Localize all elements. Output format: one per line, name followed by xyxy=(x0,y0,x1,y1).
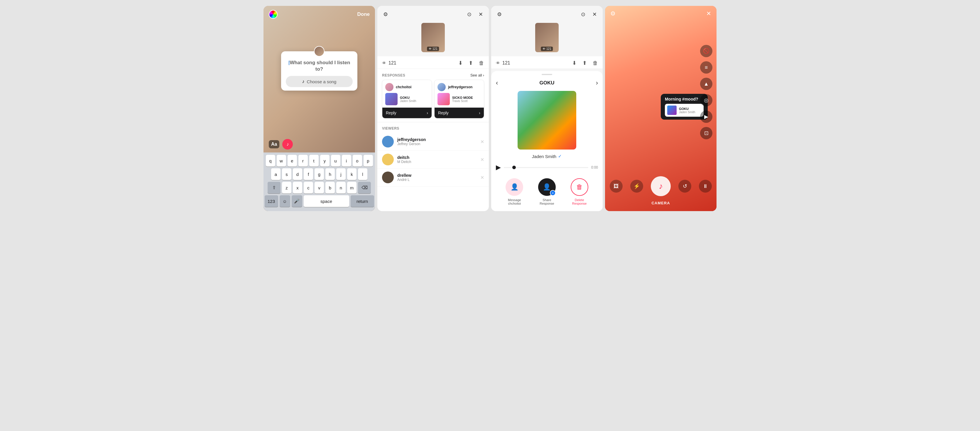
progress-bar[interactable] xyxy=(504,167,588,168)
equals-icon-button[interactable]: ≡ xyxy=(700,61,713,74)
key-numbers[interactable]: 123 xyxy=(265,195,278,207)
close-icon-camera[interactable]: ✕ xyxy=(706,10,711,17)
ban-icon-button[interactable]: 🚫 xyxy=(700,45,713,57)
keyboard-row-1: q w e r t y u i o p xyxy=(265,155,374,166)
play-button[interactable]: ▶ xyxy=(496,163,501,171)
story-thumbnail[interactable]: 👁 121 xyxy=(422,23,445,52)
music-button[interactable]: ♪ xyxy=(282,139,293,149)
key-i[interactable]: i xyxy=(342,155,351,166)
key-emoji[interactable]: ☺ xyxy=(280,195,290,207)
key-b[interactable]: b xyxy=(325,182,335,193)
response-2-username: jeffreydgerson xyxy=(448,85,473,89)
crop-icon-button[interactable]: ⊡ xyxy=(700,127,713,139)
viewer-2-close-button[interactable]: ✕ xyxy=(480,157,484,162)
key-t[interactable]: t xyxy=(309,155,319,166)
key-v[interactable]: v xyxy=(315,182,324,193)
circle-icon-button[interactable]: ◎ xyxy=(700,94,713,106)
key-p[interactable]: p xyxy=(364,155,373,166)
key-backspace[interactable]: ⌫ xyxy=(358,182,371,193)
key-q[interactable]: q xyxy=(266,155,275,166)
viewer-item-2: deitch M Deitch ✕ xyxy=(377,151,489,169)
key-k[interactable]: k xyxy=(347,168,356,180)
viewer-1-close-button[interactable]: ✕ xyxy=(480,139,484,144)
settings-icon-camera[interactable]: ⚙ xyxy=(610,10,616,17)
key-space[interactable]: space xyxy=(304,195,349,207)
camera-sticker-question: Morning #mood? xyxy=(665,97,703,101)
key-shift[interactable]: ⇧ xyxy=(267,182,280,193)
done-button[interactable]: Done xyxy=(357,11,370,17)
key-h[interactable]: h xyxy=(325,168,335,180)
next-song-button[interactable]: › xyxy=(596,79,598,87)
key-c[interactable]: c xyxy=(304,182,313,193)
response-1-song-title: GOKU xyxy=(400,96,429,100)
key-z[interactable]: z xyxy=(282,182,291,193)
key-w[interactable]: w xyxy=(277,155,286,166)
text-style-button[interactable]: Aa xyxy=(269,140,279,148)
trash-icon: 🗑 xyxy=(576,183,583,191)
key-d[interactable]: d xyxy=(293,168,302,180)
flash-button[interactable]: ⚡ xyxy=(630,180,643,193)
key-j[interactable]: j xyxy=(336,168,346,180)
response-2-reply-button[interactable]: Reply › xyxy=(434,108,484,118)
share-button[interactable]: ⬆ xyxy=(469,60,473,66)
panel3-settings-icon[interactable]: ⚙ xyxy=(496,10,503,19)
chevron-right-icon: › xyxy=(483,73,484,78)
choose-song-button[interactable]: ♪ Choose a song xyxy=(286,76,353,87)
response-1-reply-button[interactable]: Reply › xyxy=(382,108,432,118)
prev-song-button[interactable]: ‹ xyxy=(496,79,498,87)
settings-icon[interactable]: ⚙ xyxy=(382,10,389,19)
key-r[interactable]: r xyxy=(298,155,308,166)
key-l[interactable]: l xyxy=(358,168,368,180)
close-icon[interactable]: ✕ xyxy=(477,10,484,19)
triangle-icon-button[interactable]: ▲ xyxy=(700,78,713,90)
viewers-section: VIEWERS jeffreydgerson Jeffrey Gerson ✕ … xyxy=(377,122,489,187)
gallery-button[interactable]: 🖼 xyxy=(610,180,623,193)
question-sticker: |What song should I listen to? ♪ Choose … xyxy=(281,51,357,90)
shutter-button[interactable]: ♪ xyxy=(651,176,671,196)
key-e[interactable]: e xyxy=(288,155,297,166)
key-f[interactable]: f xyxy=(304,168,313,180)
response-2-artist: Travis Scott xyxy=(452,100,481,103)
response-2-song-art xyxy=(438,93,450,105)
key-o[interactable]: o xyxy=(353,155,362,166)
download-button[interactable]: ⬇ xyxy=(458,60,463,66)
download-icon[interactable]: ⊙ xyxy=(466,10,473,19)
song-detail-sheet: ‹ GOKU › Jaden Smith ✓ ▶ 0:00 👤 Messagec… xyxy=(491,71,603,211)
song-art-large xyxy=(517,91,576,149)
camera-song-artist: Jaden Smith xyxy=(679,111,695,114)
see-all-button[interactable]: See all › xyxy=(470,73,484,78)
chevron-icon-2: › xyxy=(479,111,480,115)
panel3-story-thumbnail[interactable]: 👁 121 xyxy=(535,23,558,52)
panel3-close-icon[interactable]: ✕ xyxy=(591,10,598,19)
color-wheel-icon[interactable] xyxy=(269,10,278,19)
undo-button[interactable]: ↺ xyxy=(678,180,691,193)
panel3-delete-button[interactable]: 🗑 xyxy=(593,60,598,66)
delete-response-button[interactable]: 🗑 xyxy=(571,178,588,196)
viewer-3-avatar xyxy=(382,171,394,183)
key-m[interactable]: m xyxy=(347,182,356,193)
key-return[interactable]: return xyxy=(351,195,374,207)
share-response-button[interactable]: 👤 + xyxy=(538,178,556,196)
key-mic[interactable]: 🎤 xyxy=(292,195,302,207)
music-icon: ♪ xyxy=(286,142,289,147)
key-y[interactable]: y xyxy=(320,155,329,166)
key-g[interactable]: g xyxy=(315,168,324,180)
share-response-action: 👤 + ShareResponse xyxy=(538,178,556,205)
key-s[interactable]: s xyxy=(282,168,291,180)
panel-story-editor: Done |What song should I listen to? ♪ Ch… xyxy=(264,6,375,211)
story-bottom-tools: Aa ♪ xyxy=(264,139,375,149)
message-button[interactable]: 👤 xyxy=(506,178,523,196)
key-a[interactable]: a xyxy=(271,168,280,180)
key-u[interactable]: u xyxy=(331,155,340,166)
key-n[interactable]: n xyxy=(336,182,346,193)
panel3-download-icon[interactable]: ⊙ xyxy=(580,10,587,19)
key-x[interactable]: x xyxy=(293,182,302,193)
delete-button[interactable]: 🗑 xyxy=(479,60,484,66)
panel3-download-button[interactable]: ⬇ xyxy=(572,60,577,66)
viewer-3-close-button[interactable]: ✕ xyxy=(480,175,484,180)
timer-button[interactable]: ⏸ xyxy=(699,180,712,193)
panel3-share-button[interactable]: ⬆ xyxy=(582,60,587,66)
response-2-song: SICKO MODE Travis Scott xyxy=(434,93,484,108)
delete-response-label: DeleteResponse xyxy=(572,198,587,205)
play-circle-icon-button[interactable]: ▶ xyxy=(700,111,713,123)
